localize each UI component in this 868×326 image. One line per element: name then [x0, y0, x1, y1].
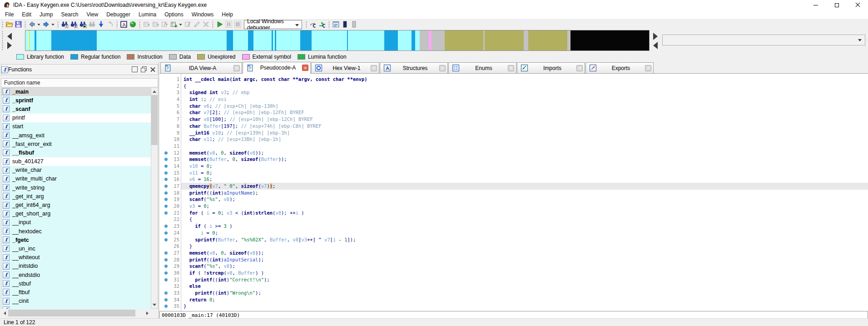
patch-2-icon[interactable]: [151, 20, 160, 29]
toolbar-drag-handle[interactable]: [24, 21, 26, 28]
create-function-menu-icon[interactable]: [178, 20, 183, 29]
function-row[interactable]: f__cinit: [1, 297, 151, 306]
delete-function-icon[interactable]: [201, 20, 210, 29]
code-line-34[interactable]: 34 return 0;: [159, 296, 868, 303]
close-button[interactable]: [847, 0, 868, 10]
function-row[interactable]: f_main: [1, 87, 151, 96]
code-line-4[interactable]: 4 int i; // esi: [159, 96, 868, 103]
tab-close-button[interactable]: [439, 65, 446, 71]
start-debugger-icon[interactable]: [215, 20, 224, 29]
nav-scroll-left-button[interactable]: [7, 33, 12, 40]
undo-icon[interactable]: [105, 20, 114, 29]
code-line-22[interactable]: 22 {: [159, 216, 868, 223]
lumina-icon[interactable]: [128, 20, 137, 29]
back-history-icon[interactable]: [36, 20, 41, 29]
function-row[interactable]: f_write_multi_char: [1, 175, 151, 183]
function-row[interactable]: fsub_401427: [1, 157, 151, 166]
code-line-35[interactable]: 35}: [159, 303, 868, 310]
code-line-11[interactable]: 11: [159, 143, 868, 150]
patch-1-icon[interactable]: [142, 20, 151, 29]
code-line-27[interactable]: 27 memset(v8, 0, sizeof(v8));: [159, 250, 868, 256]
function-row[interactable]: f__stbuf: [1, 279, 151, 288]
strings-window-icon[interactable]: [119, 20, 128, 29]
nav-zoom-in-button[interactable]: [653, 33, 658, 40]
function-row[interactable]: f__initstdio: [1, 262, 151, 271]
attach-process-icon[interactable]: [308, 20, 317, 29]
panel-maximize-button[interactable]: [141, 66, 147, 72]
tab-structures[interactable]: Structures: [380, 62, 448, 73]
code-line-30[interactable]: 30 if ( !strcmp(v8, Buffer) ): [159, 270, 868, 276]
toolbar-drag-handle[interactable]: [211, 21, 214, 28]
edit-function-icon[interactable]: [183, 20, 192, 29]
function-row[interactable]: fstart: [1, 122, 151, 131]
code-line-7[interactable]: 7 char v8[100]; // [esp+10h] [ebp-12Ch] …: [159, 116, 868, 123]
scroll-left-button[interactable]: [1, 310, 8, 316]
scrollbar-thumb[interactable]: [151, 95, 158, 145]
code-line-14[interactable]: 14 v10 = 0;: [159, 163, 868, 170]
tab-enums[interactable]: Enums: [448, 62, 516, 73]
toolbar-drag-handle[interactable]: [1, 21, 4, 28]
menu-windows[interactable]: Windows: [188, 10, 218, 19]
function-row[interactable]: f_fast_error_exit: [1, 140, 151, 148]
panel-close-button[interactable]: [150, 66, 156, 72]
functions-horizontal-scrollbar[interactable]: [1, 310, 151, 317]
menu-jump[interactable]: Jump: [35, 10, 57, 19]
stop-debugger-icon[interactable]: [233, 20, 242, 29]
panel-float-button[interactable]: [132, 66, 138, 72]
debugger-options-icon[interactable]: [317, 20, 327, 29]
code-line-33[interactable]: 33 printf((int)"Wrong\n");: [159, 290, 868, 296]
code-line-15[interactable]: 15 v11 = 0;: [159, 170, 868, 176]
function-row[interactable]: f__flsbuf: [1, 148, 151, 157]
code-line-28[interactable]: 28 printf((int)aInputSerial);: [159, 256, 868, 263]
scrollbar-thumb[interactable]: [8, 310, 135, 316]
function-name-column-header[interactable]: Function name: [1, 78, 158, 87]
menu-view[interactable]: View: [82, 10, 102, 19]
maximize-button[interactable]: [826, 0, 847, 10]
code-line-12[interactable]: 12 memset(v8, 0, sizeof(v8));: [159, 150, 868, 156]
functions-vertical-scrollbar[interactable]: [151, 87, 158, 309]
tab-close-button[interactable]: [645, 65, 651, 71]
navigator-drag-handle[interactable]: [1, 31, 4, 50]
code-line-23[interactable]: 23 if ( i >= 3 ): [159, 223, 868, 230]
function-row[interactable]: f__hextodec: [1, 227, 151, 236]
patch-3-icon[interactable]: [160, 20, 169, 29]
scroll-down-button[interactable]: [151, 301, 158, 308]
code-line-6[interactable]: 6 char v7[2]; // [esp+Dh] [ebp-12Fh] BYR…: [159, 109, 868, 116]
tab-pseudocode-a[interactable]: Pseudocode-A: [243, 62, 311, 74]
function-row[interactable]: f_write_char: [1, 166, 151, 175]
function-row[interactable]: f_get_short_arg: [1, 210, 151, 218]
function-row[interactable]: fprintf: [1, 114, 151, 122]
function-row[interactable]: f_write_string: [1, 183, 151, 192]
pseudocode-view[interactable]: 1int __cdecl main(int argc, const char *…: [159, 74, 868, 311]
panel-dark-icon[interactable]: [340, 20, 349, 29]
code-line-29[interactable]: 29 scanf("%s", v8);: [159, 263, 868, 270]
edit-icon[interactable]: [192, 20, 201, 29]
search-immediate-icon[interactable]: [78, 20, 87, 29]
navigate-forward-icon[interactable]: [41, 20, 50, 29]
code-line-16[interactable]: 16 v6 = 16;: [159, 176, 868, 183]
code-line-25[interactable]: 25 sprintf(Buffer, "%s%02X", Buffer, v8[…: [159, 236, 868, 243]
pause-debugger-icon[interactable]: [224, 20, 233, 29]
open-file-icon[interactable]: [5, 20, 14, 29]
search-next-icon[interactable]: [87, 20, 96, 29]
tab-close-button[interactable]: [371, 65, 377, 71]
code-line-31[interactable]: 31 printf((int)"Correct!\n");: [159, 276, 868, 283]
code-line-17[interactable]: 17 qmemcpy(v7, " 0", sizeof(v7));: [159, 183, 868, 190]
code-line-10[interactable]: 10 char v11; // [esp+13Bh] [ebp-1h]: [159, 136, 868, 143]
function-row[interactable]: f__input: [1, 218, 151, 227]
code-line-2[interactable]: 2{: [159, 83, 868, 90]
toolbar-drag-handle[interactable]: [115, 21, 118, 28]
function-row[interactable]: f__endstdio: [1, 271, 151, 279]
menu-options[interactable]: Options: [160, 10, 187, 19]
scroll-up-button[interactable]: [151, 88, 158, 95]
save-database-icon[interactable]: [14, 20, 23, 29]
toolbar-drag-handle[interactable]: [138, 21, 141, 28]
search-text-icon[interactable]: [60, 20, 69, 29]
windows-list-icon[interactable]: [331, 20, 340, 29]
tab-imports[interactable]: Imports: [517, 62, 585, 73]
code-line-21[interactable]: 21 for ( i = 0; v3 < (int)strlen(v8); ++…: [159, 210, 868, 216]
menu-file[interactable]: File: [1, 10, 18, 19]
toolbar-drag-handle[interactable]: [56, 21, 59, 28]
panel-gray-icon[interactable]: [349, 20, 358, 29]
menu-search[interactable]: Search: [57, 10, 82, 19]
